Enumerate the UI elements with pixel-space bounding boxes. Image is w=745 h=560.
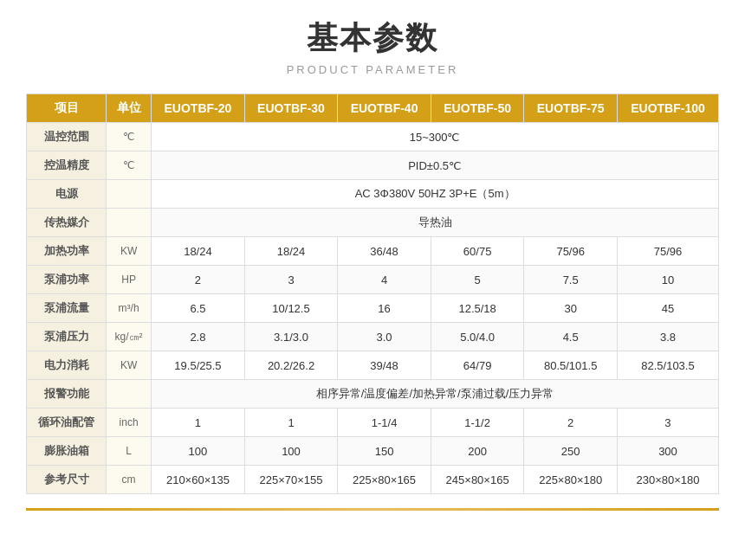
table-row: 泵浦压力kg/㎝²2.83.1/3.03.05.0/4.04.53.8 <box>27 323 719 351</box>
row-value: 245×80×165 <box>431 466 524 494</box>
row-value: 150 <box>338 437 431 466</box>
table-row: 传热媒介导热油 <box>27 209 719 237</box>
row-unit: cm <box>107 466 152 494</box>
row-colspan-value: 导热油 <box>152 209 719 237</box>
row-value: 82.5/103.5 <box>617 351 718 380</box>
row-value: 225×70×155 <box>244 466 338 494</box>
row-value: 4.5 <box>524 323 618 351</box>
row-value: 6.5 <box>152 294 245 323</box>
row-value: 3.0 <box>338 323 431 351</box>
row-value: 225×80×180 <box>524 466 618 494</box>
row-value: 10 <box>617 266 718 294</box>
table-header-cell: EUOTBF-50 <box>431 94 524 123</box>
row-label: 报警功能 <box>27 380 107 409</box>
row-label: 膨胀油箱 <box>27 437 107 466</box>
page-subtitle: PRODUCT PARAMETER <box>287 63 459 76</box>
row-value: 3.8 <box>617 323 718 351</box>
row-value: 1 <box>244 409 338 437</box>
row-value: 36/48 <box>338 237 431 266</box>
row-unit: kg/㎝² <box>107 323 152 351</box>
table-row: 泵浦流量m³/h6.510/12.51612.5/183045 <box>27 294 719 323</box>
row-value: 210×60×135 <box>152 466 245 494</box>
row-label: 循环油配管 <box>27 409 107 437</box>
row-value: 100 <box>152 437 245 466</box>
row-unit <box>107 209 152 237</box>
row-value: 80.5/101.5 <box>524 351 618 380</box>
row-value: 230×80×180 <box>617 466 718 494</box>
table-row: 温控范围℃15~300℃ <box>27 123 719 151</box>
row-value: 2.8 <box>152 323 245 351</box>
row-value: 10/12.5 <box>244 294 338 323</box>
row-value: 7.5 <box>524 266 618 294</box>
table-row: 报警功能相序异常/温度偏差/加热异常/泵浦过载/压力异常 <box>27 380 719 409</box>
table-header-cell: EUOTBF-75 <box>524 94 618 123</box>
table-header-cell: 单位 <box>107 94 152 123</box>
row-value: 16 <box>338 294 431 323</box>
table-header-cell: EUOTBF-100 <box>617 94 718 123</box>
row-unit: ℃ <box>107 151 152 180</box>
row-colspan-value: 相序异常/温度偏差/加热异常/泵浦过载/压力异常 <box>152 380 719 409</box>
row-label: 参考尺寸 <box>27 466 107 494</box>
row-value: 3.1/3.0 <box>244 323 338 351</box>
row-value: 225×80×165 <box>338 466 431 494</box>
row-value: 100 <box>244 437 338 466</box>
row-colspan-value: 15~300℃ <box>152 123 719 151</box>
row-label: 温控范围 <box>27 123 107 151</box>
table-header-cell: EUOTBF-30 <box>244 94 338 123</box>
row-colspan-value: AC 3Φ380V 50HZ 3P+E（5m） <box>152 180 719 209</box>
row-value: 1 <box>152 409 245 437</box>
row-value: 250 <box>524 437 618 466</box>
row-value: 64/79 <box>431 351 524 380</box>
row-value: 2 <box>152 266 245 294</box>
row-unit: inch <box>107 409 152 437</box>
row-value: 20.2/26.2 <box>244 351 338 380</box>
row-label: 传热媒介 <box>27 209 107 237</box>
row-value: 300 <box>617 437 718 466</box>
bottom-decorative-line <box>26 508 719 511</box>
row-value: 1-1/4 <box>338 409 431 437</box>
table-row: 电源AC 3Φ380V 50HZ 3P+E（5m） <box>27 180 719 209</box>
table-row: 控温精度℃PID±0.5℃ <box>27 151 719 180</box>
row-label: 控温精度 <box>27 151 107 180</box>
row-unit: m³/h <box>107 294 152 323</box>
row-value: 12.5/18 <box>431 294 524 323</box>
page-title: 基本参数 <box>307 17 438 60</box>
table-row: 参考尺寸cm210×60×135225×70×155225×80×165245×… <box>27 466 719 494</box>
row-value: 3 <box>617 409 718 437</box>
row-label: 泵浦流量 <box>27 294 107 323</box>
table-row: 膨胀油箱L100100150200250300 <box>27 437 719 466</box>
parameter-table: 项目单位EUOTBF-20EUOTBF-30EUOTBF-40EUOTBF-50… <box>26 93 719 494</box>
row-value: 3 <box>244 266 338 294</box>
table-header-cell: EUOTBF-40 <box>338 94 431 123</box>
table-row: 泵浦功率HP23457.510 <box>27 266 719 294</box>
row-value: 18/24 <box>152 237 245 266</box>
row-value: 39/48 <box>338 351 431 380</box>
row-value: 2 <box>524 409 618 437</box>
row-unit: KW <box>107 351 152 380</box>
row-value: 75/96 <box>524 237 618 266</box>
table-header: 项目单位EUOTBF-20EUOTBF-30EUOTBF-40EUOTBF-50… <box>27 94 719 123</box>
row-value: 19.5/25.5 <box>152 351 245 380</box>
row-value: 1-1/2 <box>431 409 524 437</box>
row-value: 75/96 <box>617 237 718 266</box>
row-value: 4 <box>338 266 431 294</box>
row-label: 泵浦压力 <box>27 323 107 351</box>
row-value: 60/75 <box>431 237 524 266</box>
row-label: 泵浦功率 <box>27 266 107 294</box>
row-value: 200 <box>431 437 524 466</box>
table-header-cell: EUOTBF-20 <box>152 94 245 123</box>
row-value: 5 <box>431 266 524 294</box>
table-header-cell: 项目 <box>27 94 107 123</box>
row-label: 电源 <box>27 180 107 209</box>
row-unit: HP <box>107 266 152 294</box>
row-label: 加热功率 <box>27 237 107 266</box>
row-label: 电力消耗 <box>27 351 107 380</box>
table-row: 循环油配管inch111-1/41-1/223 <box>27 409 719 437</box>
row-unit <box>107 180 152 209</box>
row-unit: KW <box>107 237 152 266</box>
row-value: 30 <box>524 294 618 323</box>
table-row: 加热功率KW18/2418/2436/4860/7575/9675/96 <box>27 237 719 266</box>
row-value: 5.0/4.0 <box>431 323 524 351</box>
row-unit: ℃ <box>107 123 152 151</box>
row-unit <box>107 380 152 409</box>
